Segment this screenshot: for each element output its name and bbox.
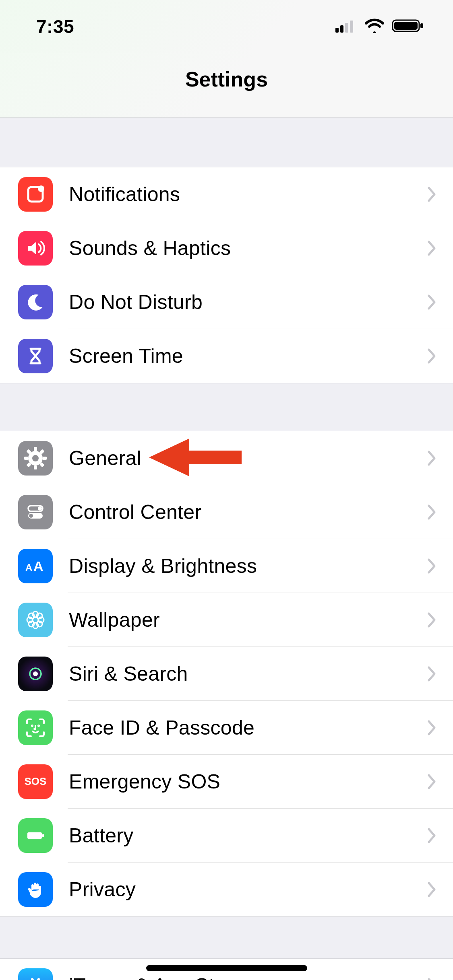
settings-group-1: Notifications Sounds & Haptics Do Not Di… [0, 167, 453, 383]
chevron-right-icon [427, 774, 437, 790]
svg-rect-1 [340, 25, 343, 33]
status-indicators [335, 18, 425, 35]
group-gap [0, 916, 453, 959]
svg-text:A: A [25, 562, 32, 573]
group-gap [0, 119, 453, 167]
svg-point-18 [32, 455, 39, 461]
status-time: 7:35 [36, 16, 74, 37]
nav-header: Settings [0, 53, 453, 117]
svg-point-22 [29, 514, 33, 518]
chevron-right-icon [427, 828, 437, 844]
svg-rect-42 [42, 834, 44, 837]
chevron-right-icon [427, 612, 437, 628]
moon-icon [18, 285, 53, 319]
svg-rect-11 [24, 457, 28, 460]
page-title: Settings [185, 67, 268, 91]
svg-rect-2 [345, 23, 348, 33]
row-label: Siri & Search [69, 662, 188, 686]
battery-status-icon [392, 18, 425, 35]
svg-rect-3 [350, 21, 353, 33]
row-label: Privacy [69, 878, 136, 901]
row-label: Emergency SOS [69, 770, 220, 793]
sos-icon: SOS [18, 764, 53, 799]
chevron-right-icon [427, 978, 437, 980]
svg-rect-5 [394, 22, 418, 30]
svg-rect-41 [27, 832, 42, 839]
chevron-right-icon [427, 558, 437, 574]
speaker-icon [18, 231, 53, 266]
row-label: Display & Brightness [69, 554, 257, 578]
chevron-right-icon [427, 881, 437, 898]
row-battery[interactable]: Battery [0, 809, 453, 863]
notifications-icon [18, 177, 53, 212]
svg-point-37 [33, 671, 38, 676]
row-privacy[interactable]: Privacy [0, 863, 453, 916]
switches-icon [18, 495, 53, 529]
svg-rect-10 [34, 465, 37, 469]
hourglass-icon [18, 339, 53, 373]
row-label: Notifications [69, 183, 180, 206]
status-bar: 7:35 [0, 0, 453, 53]
row-notifications[interactable]: Notifications [0, 167, 453, 221]
row-label: iTunes & App Store [69, 974, 244, 980]
appstore-icon [18, 968, 53, 980]
annotation-arrow-icon [149, 431, 242, 485]
svg-point-20 [38, 506, 42, 511]
chevron-right-icon [427, 240, 437, 256]
wifi-icon [364, 19, 385, 35]
svg-point-39 [38, 725, 39, 726]
row-label: Do Not Disturb [69, 290, 203, 314]
svg-rect-9 [34, 447, 37, 451]
svg-rect-0 [335, 28, 339, 33]
face-icon [18, 710, 53, 745]
svg-text:A: A [33, 558, 43, 574]
chevron-right-icon [427, 294, 437, 310]
row-label: Control Center [69, 500, 201, 524]
row-label: General [69, 447, 141, 470]
gear-icon [18, 441, 53, 476]
aa-icon: AA [18, 549, 53, 583]
row-controlcenter[interactable]: Control Center [0, 485, 453, 539]
row-dnd[interactable]: Do Not Disturb [0, 275, 453, 329]
svg-point-38 [32, 725, 33, 726]
row-faceid[interactable]: Face ID & Passcode [0, 701, 453, 755]
svg-text:SOS: SOS [25, 775, 47, 787]
settings-group-2: General Control Center AA Display & Brig… [0, 431, 453, 916]
chevron-right-icon [427, 504, 437, 520]
row-wallpaper[interactable]: Wallpaper [0, 593, 453, 647]
hand-icon [18, 872, 53, 907]
group-gap [0, 383, 453, 431]
row-label: Face ID & Passcode [69, 716, 254, 739]
row-display[interactable]: AA Display & Brightness [0, 539, 453, 593]
home-indicator[interactable] [146, 965, 307, 971]
chevron-right-icon [427, 720, 437, 736]
chevron-right-icon [427, 348, 437, 364]
row-sounds[interactable]: Sounds & Haptics [0, 221, 453, 275]
row-general[interactable]: General [0, 431, 453, 485]
row-label: Battery [69, 824, 134, 847]
row-sos[interactable]: SOS Emergency SOS [0, 755, 453, 809]
svg-point-8 [38, 185, 44, 192]
siri-icon [18, 657, 53, 691]
chevron-right-icon [427, 666, 437, 682]
chevron-right-icon [427, 450, 437, 466]
battery-icon [18, 818, 53, 853]
svg-rect-6 [420, 23, 423, 28]
flower-icon [18, 603, 53, 637]
row-label: Screen Time [69, 344, 183, 368]
row-siri[interactable]: Siri & Search [0, 647, 453, 701]
row-screentime[interactable]: Screen Time [0, 329, 453, 383]
row-label: Wallpaper [69, 608, 160, 632]
chevron-right-icon [427, 186, 437, 202]
svg-rect-12 [43, 457, 47, 460]
row-label: Sounds & Haptics [69, 237, 231, 260]
cellular-signal-icon [335, 19, 357, 34]
